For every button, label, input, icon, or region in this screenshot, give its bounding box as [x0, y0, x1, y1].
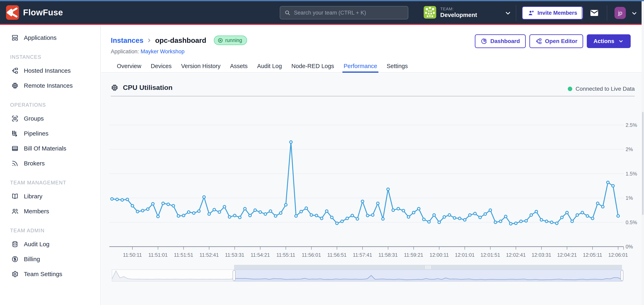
application-link[interactable]: Mayker Workshop — [141, 48, 184, 54]
data-point[interactable] — [264, 213, 266, 215]
user-avatar[interactable]: jp — [614, 7, 626, 19]
data-point[interactable] — [320, 217, 323, 220]
data-point[interactable] — [474, 212, 476, 215]
tab-assets[interactable]: Assets — [230, 60, 248, 72]
tab-performance[interactable]: Performance — [344, 60, 377, 72]
data-point[interactable] — [131, 204, 134, 207]
data-point[interactable] — [330, 216, 333, 219]
data-point[interactable] — [259, 211, 262, 214]
data-point[interactable] — [433, 214, 436, 216]
data-point[interactable] — [269, 210, 272, 213]
data-point[interactable] — [305, 207, 308, 210]
tab-version-history[interactable]: Version History — [181, 60, 220, 72]
data-point[interactable] — [489, 209, 492, 212]
data-point[interactable] — [566, 211, 568, 214]
open-editor-button[interactable]: Open Editor — [530, 34, 583, 48]
data-point[interactable] — [545, 220, 548, 223]
data-point[interactable] — [249, 214, 251, 217]
data-point[interactable] — [162, 202, 164, 205]
data-point[interactable] — [326, 210, 328, 213]
data-point[interactable] — [540, 219, 543, 221]
data-point[interactable] — [198, 210, 200, 213]
data-point[interactable] — [591, 217, 594, 220]
actions-button[interactable]: Actions — [587, 34, 631, 48]
data-point[interactable] — [356, 218, 359, 220]
data-point[interactable] — [351, 214, 354, 217]
data-point[interactable] — [371, 214, 374, 216]
brand[interactable]: FlowFuse — [6, 5, 63, 20]
sidebar-item-bill-of-materials[interactable]: Bill Of Materials — [0, 141, 100, 156]
data-point[interactable] — [121, 199, 124, 201]
data-point[interactable] — [182, 214, 185, 217]
sidebar-item-hosted-instances[interactable]: Hosted Instances — [0, 63, 100, 78]
tab-overview[interactable]: Overview — [117, 60, 141, 72]
data-point[interactable] — [254, 209, 256, 212]
data-point[interactable] — [453, 217, 456, 219]
data-point[interactable] — [556, 222, 558, 225]
sidebar-item-members[interactable]: Members — [0, 204, 100, 219]
sidebar-item-applications[interactable]: Applications — [0, 30, 100, 45]
sidebar-item-team-settings[interactable]: Team Settings — [0, 267, 100, 282]
data-point[interactable] — [116, 198, 118, 201]
mail-icon[interactable] — [590, 8, 599, 18]
data-point[interactable] — [234, 214, 236, 217]
data-point[interactable] — [525, 220, 527, 222]
team-selector[interactable]: TEAM: Development — [424, 6, 477, 19]
data-point[interactable] — [418, 207, 420, 210]
data-point[interactable] — [617, 215, 620, 217]
user-menu-chevron-down-icon[interactable] — [631, 10, 638, 17]
data-point[interactable] — [448, 214, 451, 216]
sidebar-item-pipelines[interactable]: Pipelines — [0, 126, 100, 141]
data-point[interactable] — [223, 205, 226, 208]
data-point[interactable] — [295, 215, 297, 217]
data-point[interactable] — [172, 204, 175, 207]
data-point[interactable] — [361, 200, 364, 203]
sidebar-item-audit-log[interactable]: Audit Log — [0, 237, 100, 252]
tab-devices[interactable]: Devices — [151, 60, 172, 72]
data-point[interactable] — [438, 221, 440, 224]
data-point[interactable] — [412, 211, 415, 214]
data-point[interactable] — [468, 214, 471, 216]
data-point[interactable] — [560, 216, 563, 219]
data-point[interactable] — [157, 215, 159, 218]
data-point[interactable] — [111, 198, 114, 200]
data-point[interactable] — [402, 209, 405, 212]
data-point[interactable] — [428, 221, 430, 223]
data-point[interactable] — [586, 215, 589, 217]
data-point[interactable] — [188, 211, 190, 214]
data-point[interactable] — [397, 207, 400, 210]
data-point[interactable] — [407, 216, 410, 218]
data-point[interactable] — [244, 207, 246, 210]
data-point[interactable] — [510, 222, 512, 225]
sidebar-item-billing[interactable]: Billing — [0, 252, 100, 267]
data-point[interactable] — [602, 205, 604, 208]
data-point[interactable] — [336, 222, 338, 225]
data-point[interactable] — [310, 214, 313, 216]
data-point[interactable] — [458, 217, 461, 220]
data-point[interactable] — [218, 211, 221, 214]
datazoom-handle[interactable] — [621, 271, 623, 281]
data-point[interactable] — [366, 214, 369, 217]
page-scrollbar[interactable] — [642, 1, 644, 305]
data-point[interactable] — [315, 214, 318, 217]
data-point[interactable] — [274, 215, 277, 217]
dashboard-button[interactable]: Dashboard — [475, 34, 526, 48]
search-input[interactable] — [294, 10, 404, 16]
data-point[interactable] — [504, 215, 507, 218]
data-point[interactable] — [152, 203, 154, 205]
data-point[interactable] — [535, 210, 538, 213]
data-point[interactable] — [126, 198, 128, 201]
data-point[interactable] — [392, 209, 394, 212]
sidebar-item-library[interactable]: Library — [0, 189, 100, 204]
team-search[interactable] — [280, 6, 408, 19]
data-point[interactable] — [382, 218, 384, 220]
data-point[interactable] — [167, 203, 170, 206]
sidebar-item-brokers[interactable]: Brokers — [0, 156, 100, 171]
breadcrumb-instances-link[interactable]: Instances — [111, 36, 143, 44]
tab-node-red-logs[interactable]: Node-RED Logs — [292, 60, 334, 72]
data-point[interactable] — [192, 212, 195, 214]
data-point[interactable] — [141, 209, 144, 212]
invite-members-button[interactable]: Invite Members — [522, 6, 583, 19]
data-point[interactable] — [464, 219, 466, 221]
data-point[interactable] — [596, 202, 599, 205]
